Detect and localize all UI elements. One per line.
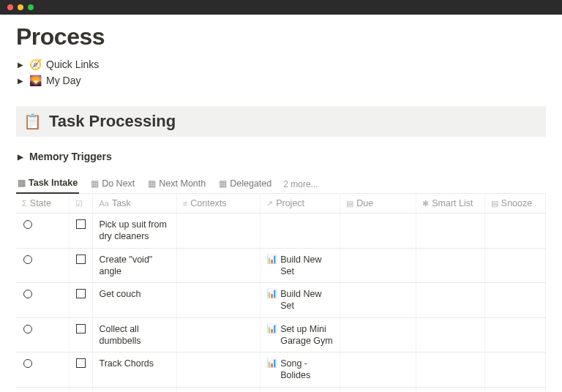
task-cell[interactable]: Pick up suit from dry cleaners bbox=[93, 214, 176, 249]
task-cell[interactable]: Track Solo bbox=[93, 387, 176, 392]
window-titlebar bbox=[0, 0, 562, 15]
smart-cell[interactable] bbox=[416, 214, 485, 249]
project-cell[interactable]: 📊Song - Bolides bbox=[261, 387, 340, 392]
state-circle-icon[interactable] bbox=[23, 359, 32, 368]
snooze-cell[interactable] bbox=[484, 248, 545, 283]
table-row[interactable]: Track Chords 📊Song - Bolides bbox=[16, 353, 546, 388]
column-due[interactable]: ▤Due bbox=[340, 194, 416, 214]
snooze-cell[interactable] bbox=[484, 353, 545, 388]
chart-icon: 📊 bbox=[266, 288, 277, 300]
task-cell[interactable]: Get couch bbox=[93, 283, 176, 318]
table-icon: ▦ bbox=[148, 178, 156, 189]
contexts-cell[interactable] bbox=[176, 283, 260, 318]
project-cell[interactable] bbox=[261, 214, 340, 249]
caret-right-icon: ▶ bbox=[16, 77, 25, 85]
due-cell[interactable] bbox=[340, 283, 416, 318]
view-tabs: ▦ Task Intake ▦ Do Next ▦ Next Month ▦ D… bbox=[16, 175, 546, 194]
toggle-memory-triggers[interactable]: ▶ Memory Triggers bbox=[16, 148, 546, 165]
caret-right-icon: ▶ bbox=[16, 153, 25, 161]
done-checkbox[interactable] bbox=[76, 324, 86, 333]
smart-cell[interactable] bbox=[416, 317, 485, 353]
toggle-label: My Day bbox=[46, 75, 80, 86]
tab-delegated[interactable]: ▦ Delegated bbox=[217, 176, 273, 193]
snooze-cell[interactable] bbox=[484, 317, 545, 353]
table-row[interactable]: Track Solo 📊Song - Bolides bbox=[16, 387, 546, 392]
snooze-cell[interactable] bbox=[484, 387, 545, 392]
column-smart-list[interactable]: ✱Smart List bbox=[416, 194, 485, 214]
snooze-cell[interactable] bbox=[484, 283, 545, 318]
task-cell[interactable]: Create "void" angle bbox=[93, 248, 176, 283]
done-checkbox[interactable] bbox=[76, 358, 86, 368]
toggle-label: Quick Links bbox=[46, 59, 99, 70]
contexts-cell[interactable] bbox=[176, 214, 260, 249]
tab-label: Do Next bbox=[102, 178, 135, 189]
state-circle-icon[interactable] bbox=[23, 290, 32, 298]
maximize-window-icon[interactable] bbox=[28, 4, 34, 10]
contexts-cell[interactable] bbox=[176, 248, 260, 283]
due-cell[interactable] bbox=[340, 214, 416, 249]
contexts-cell[interactable] bbox=[176, 387, 260, 392]
due-cell[interactable] bbox=[340, 248, 416, 283]
smart-cell[interactable] bbox=[416, 248, 485, 283]
smart-cell[interactable] bbox=[416, 387, 485, 392]
smart-cell[interactable] bbox=[416, 283, 485, 318]
project-name: Song - Bolides bbox=[280, 358, 334, 382]
project-cell[interactable]: 📊Song - Bolides bbox=[261, 353, 340, 388]
table-row[interactable]: Create "void" angle 📊Build New Set bbox=[16, 248, 546, 283]
column-snooze[interactable]: ▤Snooze bbox=[484, 194, 545, 214]
project-name: Set up Mini Garage Gym bbox=[280, 323, 334, 347]
minimize-window-icon[interactable] bbox=[18, 4, 23, 10]
tab-task-intake[interactable]: ▦ Task Intake bbox=[16, 175, 79, 194]
project-cell[interactable]: 📊Build New Set bbox=[261, 248, 340, 283]
project-name: Build New Set bbox=[280, 254, 334, 278]
smart-cell[interactable] bbox=[416, 353, 485, 388]
toggle-my-day[interactable]: ▶ 🌄 My Day bbox=[16, 72, 546, 88]
column-contexts[interactable]: ≡Contexts bbox=[176, 194, 260, 214]
column-done[interactable]: ☑ bbox=[70, 194, 93, 214]
caret-right-icon: ▶ bbox=[16, 61, 25, 69]
table-icon: ▦ bbox=[91, 178, 99, 189]
done-checkbox[interactable] bbox=[76, 289, 86, 298]
state-circle-icon[interactable] bbox=[23, 325, 32, 333]
task-table: ΣState ☑ AaTask ≡Contexts ↗Project ▤Due bbox=[16, 194, 546, 392]
due-cell[interactable] bbox=[340, 387, 416, 392]
close-window-icon[interactable] bbox=[7, 4, 13, 10]
state-circle-icon[interactable] bbox=[23, 255, 32, 264]
toggle-quick-links[interactable]: ▶ 🧭 Quick Links bbox=[16, 56, 546, 72]
done-checkbox[interactable] bbox=[76, 255, 86, 264]
column-state[interactable]: ΣState bbox=[16, 194, 70, 214]
callout-task-processing: 📋 Task Processing bbox=[16, 106, 546, 137]
column-project[interactable]: ↗Project bbox=[261, 194, 340, 214]
tab-label: Delegated bbox=[230, 178, 271, 189]
contexts-cell[interactable] bbox=[176, 317, 260, 353]
table-icon: ▦ bbox=[219, 178, 227, 189]
callout-title: Task Processing bbox=[49, 112, 176, 131]
snooze-cell[interactable] bbox=[484, 214, 545, 249]
table-row[interactable]: Collect all dumbbells 📊Set up Mini Garag… bbox=[16, 317, 546, 353]
contexts-cell[interactable] bbox=[176, 353, 260, 388]
project-cell[interactable]: 📊Set up Mini Garage Gym bbox=[261, 317, 340, 353]
task-cell[interactable]: Track Chords bbox=[93, 353, 176, 388]
table-row[interactable]: Get couch 📊Build New Set bbox=[16, 283, 546, 318]
task-cell[interactable]: Collect all dumbbells bbox=[93, 317, 176, 353]
chart-icon: 📊 bbox=[266, 358, 277, 369]
tab-next-month[interactable]: ▦ Next Month bbox=[146, 176, 207, 193]
more-views[interactable]: 2 more... bbox=[283, 179, 318, 189]
compass-icon: 🧭 bbox=[29, 59, 42, 69]
tab-do-next[interactable]: ▦ Do Next bbox=[89, 176, 136, 193]
table-row[interactable]: Pick up suit from dry cleaners bbox=[16, 214, 546, 249]
toggle-label: Memory Triggers bbox=[29, 151, 112, 162]
state-circle-icon[interactable] bbox=[23, 220, 32, 229]
calendar-icon: ▤ bbox=[346, 199, 353, 208]
table-icon: ▦ bbox=[18, 178, 26, 188]
due-cell[interactable] bbox=[340, 353, 416, 388]
column-task[interactable]: AaTask bbox=[93, 194, 176, 214]
chart-icon: 📊 bbox=[266, 254, 277, 265]
due-cell[interactable] bbox=[340, 317, 416, 353]
clipboard-icon: 📋 bbox=[23, 114, 42, 129]
tab-label: Next Month bbox=[159, 178, 206, 189]
project-cell[interactable]: 📊Build New Set bbox=[261, 283, 340, 318]
page-body: Process ▶ 🧭 Quick Links ▶ 🌄 My Day 📋 Tas… bbox=[0, 15, 562, 392]
relation-icon: ↗ bbox=[266, 199, 273, 208]
done-checkbox[interactable] bbox=[76, 219, 86, 229]
